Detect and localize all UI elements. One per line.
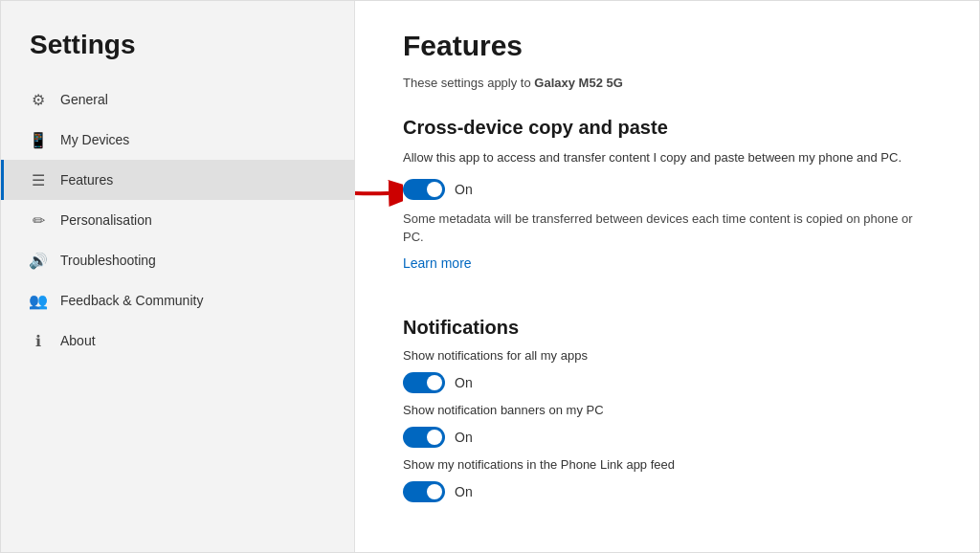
main-content: Features These settings apply to Galaxy … — [355, 1, 979, 552]
cross-device-toggle-label: On — [455, 182, 473, 197]
toggle-arrow-container: On — [403, 179, 931, 200]
app-title: Settings — [1, 20, 354, 79]
sidebar-label-personalisation: Personalisation — [60, 212, 152, 228]
notification-toggle-label-2: On — [455, 484, 473, 499]
sidebar-label-troubleshooting: Troubleshooting — [60, 253, 156, 268]
notifications-heading: Notifications — [403, 317, 931, 339]
sidebar-label-general: General — [60, 92, 108, 107]
notification-label-1: Show notification banners on my PC — [403, 403, 931, 417]
notification-toggle-label-1: On — [455, 430, 473, 445]
cross-device-toggle[interactable] — [403, 179, 445, 200]
cross-device-section: Cross-device copy and paste Allow this a… — [403, 117, 931, 298]
info-icon: ℹ — [30, 332, 47, 349]
sidebar-item-about[interactable]: ℹ About — [1, 321, 354, 361]
features-icon: ☰ — [30, 171, 47, 188]
sidebar-item-features[interactable]: ☰ Features — [1, 160, 354, 200]
notification-item-0: Show notifications for all my apps On — [403, 348, 931, 393]
troubleshoot-icon: 🔊 — [30, 252, 47, 269]
edit-icon: ✏ — [30, 211, 47, 229]
notification-label-2: Show my notifications in the Phone Link … — [403, 457, 931, 472]
notification-toggle-row-2: On — [403, 481, 931, 502]
subtitle-prefix: These settings apply to — [403, 76, 534, 90]
sidebar-label-my-devices: My Devices — [60, 132, 129, 147]
gear-icon: ⚙ — [30, 91, 47, 108]
learn-more-link[interactable]: Learn more — [403, 255, 472, 271]
sidebar-label-about: About — [60, 333, 96, 348]
sidebar-item-personalisation[interactable]: ✏ Personalisation — [1, 200, 354, 240]
sidebar-item-feedback[interactable]: 👥 Feedback & Community — [1, 280, 354, 321]
device-subtitle: These settings apply to Galaxy M52 5G — [403, 76, 931, 90]
notifications-section: Notifications Show notifications for all… — [403, 317, 931, 502]
notification-toggle-row-1: On — [403, 427, 931, 448]
cross-device-description: Allow this app to access and transfer co… — [403, 148, 931, 167]
notification-item-1: Show notification banners on my PC On — [403, 403, 931, 448]
sidebar: Settings ⚙ General 📱 My Devices ☰ Featur… — [1, 1, 355, 552]
sidebar-label-feedback: Feedback & Community — [60, 293, 203, 308]
notification-toggle-2[interactable] — [403, 481, 445, 502]
notification-toggle-0[interactable] — [403, 372, 445, 393]
cross-device-toggle-row: On — [403, 179, 931, 200]
notification-label-0: Show notifications for all my apps — [403, 348, 931, 363]
sidebar-item-general[interactable]: ⚙ General — [1, 79, 354, 120]
notification-toggle-row-0: On — [403, 372, 931, 393]
community-icon: 👥 — [30, 292, 47, 309]
cross-device-note: Some metadata will be transferred betwee… — [403, 210, 931, 247]
phone-icon: 📱 — [30, 131, 47, 148]
red-arrow-indicator — [355, 122, 403, 208]
cross-device-heading: Cross-device copy and paste — [403, 117, 931, 139]
notification-item-2: Show my notifications in the Phone Link … — [403, 457, 931, 502]
sidebar-label-features: Features — [60, 172, 113, 188]
device-name: Galaxy M52 5G — [534, 76, 623, 90]
sidebar-item-troubleshooting[interactable]: 🔊 Troubleshooting — [1, 240, 354, 280]
notification-toggle-label-0: On — [455, 375, 473, 390]
page-title: Features — [403, 30, 931, 62]
notification-toggle-1[interactable] — [403, 427, 445, 448]
sidebar-item-my-devices[interactable]: 📱 My Devices — [1, 120, 354, 160]
